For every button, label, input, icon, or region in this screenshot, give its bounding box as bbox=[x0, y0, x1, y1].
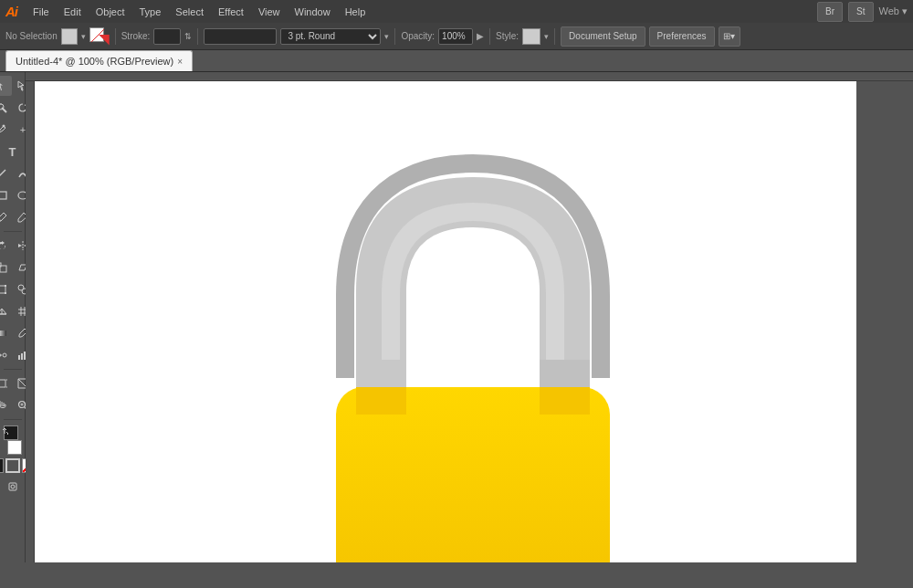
menu-help[interactable]: Help bbox=[339, 5, 373, 19]
document-setup-button[interactable]: Document Setup bbox=[561, 26, 645, 47]
app-logo: Ai bbox=[5, 4, 17, 19]
svg-rect-27 bbox=[0, 331, 6, 336]
swap-colors-icon[interactable] bbox=[2, 425, 9, 433]
stroke-width-input[interactable] bbox=[153, 28, 181, 45]
svg-rect-6 bbox=[0, 192, 6, 199]
separator2 bbox=[197, 28, 198, 45]
separator bbox=[115, 28, 116, 45]
menu-view[interactable]: View bbox=[252, 5, 287, 19]
line-tool[interactable] bbox=[0, 163, 12, 184]
svg-line-5 bbox=[0, 170, 5, 177]
perspective-tool[interactable] bbox=[0, 301, 12, 321]
canvas-background bbox=[35, 81, 913, 562]
tab-title: Untitled-4* @ 100% (RGB/Preview) bbox=[16, 56, 173, 67]
style-label: Style: bbox=[496, 31, 519, 41]
style-arrow[interactable]: ▾ bbox=[544, 32, 549, 41]
stroke-indicator[interactable] bbox=[5, 458, 20, 473]
type-tool[interactable]: T bbox=[3, 142, 23, 162]
left-toolbar: + T bbox=[0, 72, 26, 562]
horizontal-ruler: // Will be rendered via SVG ticks below bbox=[26, 72, 913, 81]
selection-label: No Selection bbox=[5, 31, 58, 41]
style-swatch[interactable] bbox=[522, 28, 540, 45]
tab-close-button[interactable]: × bbox=[177, 57, 183, 67]
svg-rect-36 bbox=[0, 380, 5, 387]
menu-bar: Ai File Edit Object Type Select Effect V… bbox=[0, 0, 913, 23]
svg-line-0 bbox=[2, 108, 6, 112]
svg-point-8 bbox=[0, 219, 1, 222]
document-tab[interactable]: Untitled-4* @ 100% (RGB/Preview) × bbox=[5, 50, 193, 71]
brush-arrow[interactable]: ▾ bbox=[384, 32, 389, 41]
fill-arrow[interactable]: ▾ bbox=[81, 32, 86, 41]
artboard[interactable] bbox=[35, 81, 856, 562]
svg-rect-18 bbox=[5, 292, 6, 294]
svg-rect-58 bbox=[540, 387, 590, 415]
paintbrush-tool[interactable] bbox=[0, 207, 12, 227]
separator3 bbox=[394, 28, 395, 45]
svg-point-4 bbox=[3, 125, 5, 128]
color-selector[interactable] bbox=[2, 425, 24, 455]
menu-file[interactable]: File bbox=[26, 5, 56, 19]
vertical-ruler bbox=[26, 81, 35, 562]
menu-edit[interactable]: Edit bbox=[58, 5, 88, 19]
svg-point-48 bbox=[11, 485, 15, 488]
menu-object[interactable]: Object bbox=[89, 5, 131, 19]
scale-tool[interactable] bbox=[0, 257, 12, 278]
tab-bar: Untitled-4* @ 100% (RGB/Preview) × bbox=[0, 50, 913, 72]
brush-size-select[interactable]: 3 pt. Round bbox=[280, 28, 381, 45]
menu-select[interactable]: Select bbox=[169, 5, 210, 19]
bridge-button[interactable]: Br bbox=[817, 2, 843, 22]
svg-point-29 bbox=[0, 353, 1, 357]
fill-swatch[interactable] bbox=[61, 28, 78, 45]
menu-window[interactable]: Window bbox=[289, 5, 337, 19]
tool-separator-3 bbox=[4, 419, 22, 420]
svg-rect-16 bbox=[5, 285, 6, 287]
separator5 bbox=[554, 28, 555, 45]
brush-profile-input[interactable] bbox=[204, 28, 277, 45]
arrange-icon: ⊞▾ bbox=[723, 31, 735, 41]
blend-tool[interactable] bbox=[0, 345, 12, 365]
svg-point-30 bbox=[3, 353, 6, 357]
opacity-label: Opacity: bbox=[401, 31, 435, 41]
screen-mode-tool[interactable] bbox=[0, 477, 1, 497]
svg-rect-32 bbox=[18, 355, 20, 360]
stroke-label: Stroke: bbox=[121, 31, 151, 41]
fill-indicator[interactable] bbox=[0, 458, 4, 473]
selection-tool[interactable] bbox=[0, 76, 12, 96]
menu-effect[interactable]: Effect bbox=[212, 5, 250, 19]
canvas-area[interactable]: // Will be rendered via SVG ticks below bbox=[26, 72, 913, 562]
svg-rect-47 bbox=[9, 483, 16, 490]
separator4 bbox=[489, 28, 490, 45]
workspace-switcher[interactable]: Web ▾ bbox=[879, 5, 908, 17]
tool-separator-2 bbox=[4, 369, 22, 370]
gradient-tool[interactable] bbox=[0, 323, 12, 343]
edit-mode-tool[interactable] bbox=[3, 477, 23, 497]
rectangle-tool[interactable] bbox=[0, 185, 12, 205]
opacity-expand[interactable]: ▶ bbox=[477, 31, 484, 41]
rotate-tool[interactable] bbox=[0, 236, 12, 256]
menu-type[interactable]: Type bbox=[133, 5, 168, 19]
arrange-button[interactable]: ⊞▾ bbox=[719, 26, 740, 47]
svg-rect-33 bbox=[21, 353, 23, 360]
type-icon: T bbox=[9, 145, 16, 159]
svg-rect-57 bbox=[356, 387, 406, 415]
hand-tool[interactable] bbox=[0, 395, 12, 415]
svg-rect-14 bbox=[0, 286, 5, 293]
toolbar: No Selection ▾ Stroke: ⇅ 3 pt. Round ▾ O… bbox=[0, 23, 913, 50]
stroke-arrow[interactable]: ⇅ bbox=[184, 32, 192, 41]
preferences-button[interactable]: Preferences bbox=[649, 26, 715, 47]
lock-illustration bbox=[290, 154, 656, 562]
stroke-color-selector[interactable] bbox=[89, 27, 110, 46]
lock-svg bbox=[290, 154, 656, 562]
free-transform-tool[interactable] bbox=[0, 279, 12, 299]
artboard-tool[interactable] bbox=[0, 373, 12, 394]
main-area: + T bbox=[0, 72, 913, 562]
stock-button[interactable]: St bbox=[848, 2, 873, 22]
background-color[interactable] bbox=[7, 440, 22, 455]
magic-wand-tool[interactable] bbox=[0, 98, 12, 118]
pen-tool[interactable] bbox=[0, 120, 12, 140]
tool-separator-1 bbox=[4, 231, 22, 232]
opacity-input[interactable] bbox=[438, 28, 473, 45]
